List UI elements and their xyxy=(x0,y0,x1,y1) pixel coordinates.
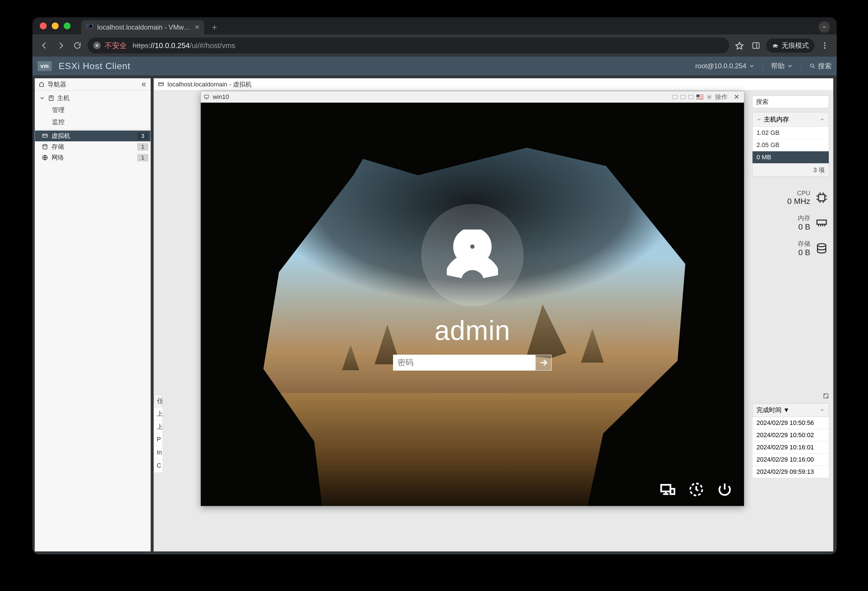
svg-point-10 xyxy=(824,45,826,46)
host-memory-panel: 主机内存 1.02 GB 2.05 GB 0 MB 3 项 xyxy=(752,112,829,177)
ease-of-access-icon[interactable] xyxy=(688,482,704,498)
browser-tab[interactable]: localhost.localdomain - VMw… ✕ xyxy=(81,20,204,34)
svg-point-7 xyxy=(773,46,775,47)
stub-cell: 上 xyxy=(154,407,162,420)
nav-item-network[interactable]: 网络 1 xyxy=(35,152,151,163)
nav-host-monitor[interactable]: 监控 xyxy=(35,116,151,128)
network-icon[interactable] xyxy=(660,482,676,498)
stat-memory: 内存0 B xyxy=(798,214,828,232)
nav-host-manage-label: 管理 xyxy=(52,106,65,114)
brand-badge: vm xyxy=(38,61,52,71)
task-row[interactable]: 2024/02/29 10:16:01 xyxy=(752,442,829,454)
nav-item-vms[interactable]: 虚拟机 3 xyxy=(35,130,151,141)
user-avatar xyxy=(421,204,524,306)
sidebar-collapse-button[interactable] xyxy=(141,81,147,87)
panel-row[interactable]: 0 MB xyxy=(753,151,829,164)
nav-tree: 主机 管理 监控 虚拟机 3 存储 1 网络 1 xyxy=(35,90,151,165)
guest-screen[interactable]: admin xyxy=(201,103,744,506)
incognito-badge[interactable]: 无痕模式 xyxy=(766,38,815,53)
tasks-expand-button[interactable] xyxy=(752,392,829,400)
console-actions-button[interactable]: 操作 xyxy=(715,93,728,101)
nav-host[interactable]: 主机 xyxy=(35,92,151,104)
username-label: admin xyxy=(435,315,510,346)
nav-item-label: 存储 xyxy=(52,142,64,151)
svg-rect-48 xyxy=(670,489,674,494)
tab-close-button[interactable]: ✕ xyxy=(195,24,200,31)
vm-icon xyxy=(42,133,48,139)
svg-point-19 xyxy=(43,145,47,146)
search-placeholder: 搜索 xyxy=(756,98,768,106)
nav-item-storage[interactable]: 存储 1 xyxy=(35,141,151,152)
stat-label: 存储 xyxy=(798,239,810,248)
console-view-icon[interactable] xyxy=(680,95,685,99)
nav-item-label: 网络 xyxy=(52,153,64,162)
console-close-button[interactable]: ✕ xyxy=(732,93,741,101)
url-host: ://10.0.0.254 xyxy=(148,41,190,50)
stat-label: 内存 xyxy=(798,214,810,222)
svg-point-42 xyxy=(709,96,710,98)
stat-cpu: CPU0 MHz xyxy=(787,189,828,206)
window-zoom-button[interactable] xyxy=(64,22,71,29)
storage-icon xyxy=(42,143,48,150)
task-row[interactable]: 2024/02/29 10:50:56 xyxy=(752,417,829,429)
obscured-table-left-edge: 任 上 上 P In C xyxy=(154,394,162,473)
panel-header[interactable]: 主机内存 xyxy=(753,112,829,127)
keyboard-layout-flag-icon[interactable] xyxy=(696,95,704,99)
reload-button[interactable] xyxy=(71,39,84,52)
console-title: win10 xyxy=(213,93,229,101)
task-row[interactable]: 2024/02/29 10:50:02 xyxy=(752,429,829,442)
address-bar[interactable]: 不安全 https://10.0.0.254/ui/#/host/vms xyxy=(88,37,729,53)
nav-item-label: 虚拟机 xyxy=(52,131,70,140)
password-input[interactable] xyxy=(393,355,535,371)
window-close-button[interactable] xyxy=(40,22,47,29)
sidebar-title-row: 导航器 xyxy=(35,78,151,90)
tasks-header[interactable]: 完成时间 ▼ xyxy=(752,403,829,417)
console-view-icon[interactable] xyxy=(688,95,693,99)
help-label: 帮助 xyxy=(771,61,785,71)
task-row[interactable]: 2024/02/29 09:59:13 xyxy=(752,466,829,478)
titlebar: localhost.localdomain - VMw… ✕ ＋ xyxy=(32,17,837,34)
user-menu[interactable]: root@10.0.0.254 xyxy=(695,62,755,70)
panel-row[interactable]: 1.02 GB xyxy=(753,127,829,139)
help-menu[interactable]: 帮助 xyxy=(771,61,793,71)
back-button[interactable] xyxy=(38,39,51,52)
gear-icon[interactable] xyxy=(706,94,712,100)
stat-storage: 存储0 B xyxy=(798,239,828,257)
password-row xyxy=(393,355,552,371)
svg-rect-39 xyxy=(204,95,209,98)
task-row[interactable]: 2024/02/29 10:16:00 xyxy=(752,454,829,466)
window-minimize-button[interactable] xyxy=(52,22,59,29)
tasks-header-label: 完成时间 xyxy=(757,406,782,414)
vm-console-window: win10 操作 ✕ xyxy=(201,91,744,506)
console-titlebar[interactable]: win10 操作 ✕ xyxy=(201,91,744,103)
svg-rect-23 xyxy=(819,195,825,201)
nav-host-manage[interactable]: 管理 xyxy=(35,104,151,116)
url-path: /ui/#/host/vms xyxy=(190,41,235,50)
main-content: localhost.localdomain - 虚拟机 搜索 主机内存 1.02… xyxy=(154,78,833,551)
window-controls xyxy=(38,17,73,34)
url-text: https://10.0.0.254/ui/#/host/vms xyxy=(133,41,235,50)
side-panel-button[interactable] xyxy=(750,39,762,52)
svg-point-9 xyxy=(824,42,826,44)
chevron-down-icon xyxy=(820,408,825,413)
panel-title: 主机内存 xyxy=(764,115,789,124)
forward-button[interactable] xyxy=(55,39,67,52)
console-view-icon[interactable] xyxy=(672,95,678,99)
stub-cell: 上 xyxy=(154,420,162,433)
tab-strip: localhost.localdomain - VMw… ✕ ＋ xyxy=(81,17,221,34)
list-search-input[interactable]: 搜索 xyxy=(752,96,829,108)
stub-cell: 任 xyxy=(154,394,162,407)
chevron-down-icon xyxy=(39,95,45,101)
new-tab-button[interactable]: ＋ xyxy=(208,21,221,33)
panel-row[interactable]: 2.05 GB xyxy=(753,139,829,151)
power-icon[interactable] xyxy=(717,482,733,498)
global-search[interactable]: 搜索 xyxy=(809,61,832,71)
stub-cell: P xyxy=(154,433,162,446)
svg-point-8 xyxy=(776,46,777,47)
svg-rect-5 xyxy=(753,43,759,48)
esxi-app: vm ESXi Host Client root@10.0.0.254 帮助 搜… xyxy=(32,57,837,554)
bookmark-star-button[interactable] xyxy=(733,39,746,52)
browser-menu-button[interactable] xyxy=(819,39,831,52)
submit-login-button[interactable] xyxy=(535,355,552,371)
tab-overflow-button[interactable] xyxy=(819,21,830,33)
